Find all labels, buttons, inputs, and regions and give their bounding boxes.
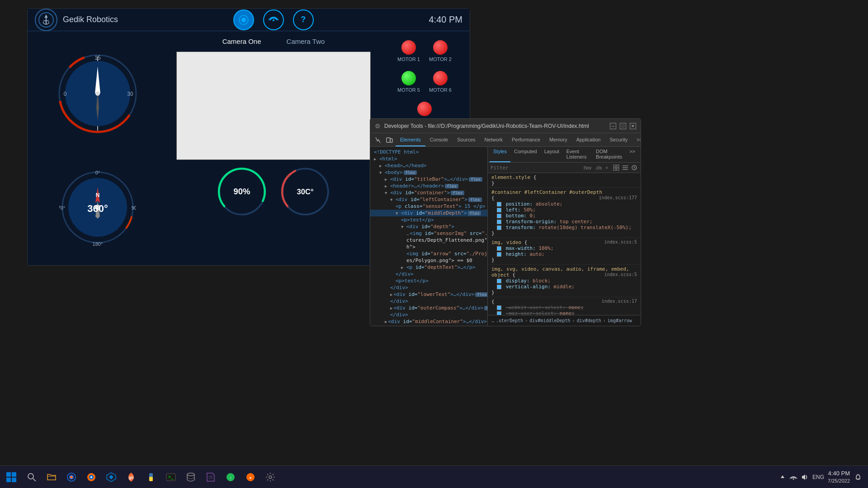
- devtools-tab-application[interactable]: Application: [572, 133, 605, 146]
- styles-filter-input[interactable]: [491, 165, 581, 171]
- devtools-tab-more[interactable]: >>: [632, 133, 641, 146]
- camera-two-tab[interactable]: Camera Two: [283, 36, 329, 47]
- style-subtabs: Styles Computed Layout Event Listeners D…: [488, 147, 641, 163]
- html-line-depthtext[interactable]: ▶ <p id="depthText">…</p>: [370, 264, 487, 271]
- svg-rect-37: [387, 138, 390, 142]
- html-line-close-div1[interactable]: </div>: [370, 271, 487, 277]
- html-line-close-div4[interactable]: </div>: [370, 311, 487, 318]
- tab-computed[interactable]: Computed: [510, 147, 541, 162]
- html-line-html[interactable]: ▶ <html>: [370, 155, 487, 162]
- compass-svg: 0° 90° 180° 270° N 360°: [59, 164, 136, 248]
- devtools-tab-memory[interactable]: Memory: [545, 133, 572, 146]
- html-line-middlecontainer[interactable]: ▶ <div id="middleContainer">…</div> flex: [370, 318, 487, 325]
- devtools-close-button[interactable]: ✕: [630, 123, 636, 129]
- html-line-test2[interactable]: <p>test</p>: [370, 277, 487, 284]
- help-button[interactable]: ?: [293, 9, 314, 30]
- html-line-rightcontainer[interactable]: ▶ <div id="rightContainer">…</div> flex: [370, 325, 487, 326]
- styles-icon2[interactable]: [622, 164, 629, 171]
- taskbar-settings[interactable]: [261, 468, 279, 486]
- taskbar-database[interactable]: [182, 468, 200, 486]
- styles-cls-hint[interactable]: .cls: [595, 165, 602, 170]
- tray-network[interactable]: [789, 473, 798, 482]
- tray-sound[interactable]: [800, 473, 809, 482]
- html-line-header[interactable]: ▶ <header>…</header> flex: [370, 183, 487, 189]
- devtools-inspect-icon[interactable]: [374, 136, 383, 145]
- tab-event-listeners[interactable]: Event Listeners: [563, 147, 592, 162]
- styles-add-hint[interactable]: +: [605, 165, 608, 170]
- taskbar-vscode[interactable]: [102, 468, 120, 486]
- breadcrumb-arrow[interactable]: img#arrow: [608, 318, 632, 323]
- devtools-tab-network[interactable]: Network: [480, 133, 507, 146]
- sys-tray: [778, 473, 809, 482]
- devtools-maximize-button[interactable]: □: [620, 123, 626, 129]
- taskbar-app2[interactable]: ●: [241, 468, 259, 486]
- tab-more-styles[interactable]: >>: [626, 147, 639, 162]
- devtools-tab-security[interactable]: Security: [605, 133, 632, 146]
- taskbar-file-explorer[interactable]: [42, 468, 61, 486]
- start-button[interactable]: [0, 466, 23, 488]
- taskbar-notes[interactable]: [202, 468, 220, 486]
- taskbar-terminal[interactable]: >_: [162, 468, 180, 486]
- tray-notifications[interactable]: [854, 473, 863, 482]
- html-line-arrow[interactable]: <img id="arrow" src="./Project/Pictur: [370, 250, 487, 257]
- html-line-close-div2[interactable]: </div>: [370, 284, 487, 291]
- html-line-doctype[interactable]: <!DOCTYPE html>: [370, 149, 487, 155]
- taskbar-firefox[interactable]: [82, 468, 100, 486]
- taskbar-time[interactable]: 4:40 PM 7/25/2022: [828, 470, 850, 484]
- breadcrumb-outerdepth[interactable]: .uterDepth: [496, 318, 523, 323]
- html-line-titlebar[interactable]: ▶ <div id="titleBar">…</div> flex: [370, 176, 487, 183]
- motor-1: MOTOR 1: [397, 40, 420, 62]
- styles-panel: element.style { } #container #leftContai…: [488, 173, 641, 315]
- styles-hov-hint[interactable]: :hov: [583, 165, 591, 170]
- devtools-tab-console[interactable]: Console: [425, 133, 453, 146]
- bottom-gauges: 90% 30C°: [210, 160, 337, 223]
- taskbar-app1[interactable]: ♪: [222, 468, 240, 486]
- svg-rect-49: [6, 478, 11, 482]
- taskbar-python[interactable]: [142, 468, 160, 486]
- camera-one-tab[interactable]: Camera One: [219, 36, 265, 47]
- html-line-middledepth[interactable]: ▼ <div id="middleDepth"> flex: [370, 210, 487, 216]
- html-line-head[interactable]: ▶ <head>…</head>: [370, 162, 487, 169]
- devtools-device-icon[interactable]: [385, 136, 394, 145]
- html-line-sensorimg3[interactable]: h">: [370, 244, 487, 250]
- svg-text:0°: 0°: [95, 170, 100, 175]
- svg-point-56: [71, 476, 72, 478]
- html-line-container[interactable]: ▼ <div id="container"> flex: [370, 189, 487, 196]
- html-line-body[interactable]: ▼ <body> flex: [370, 169, 487, 176]
- taskbar-git[interactable]: git: [122, 468, 140, 486]
- breadcrumb-depth[interactable]: div#depth: [577, 318, 601, 323]
- humidity-gauge: 90%: [215, 164, 269, 219]
- taskbar-browser[interactable]: [62, 468, 80, 486]
- styles-panel-container: Styles Computed Layout Event Listeners D…: [488, 147, 641, 326]
- devtools-tab-sources[interactable]: Sources: [453, 133, 480, 146]
- breadcrumb-middledepth[interactable]: div#middleDepth: [529, 318, 570, 323]
- svg-text:N: N: [96, 192, 100, 198]
- app-logo-area: Gedik Robotics: [35, 9, 118, 31]
- html-line-depth[interactable]: ▼ <div id="depth">: [370, 223, 487, 230]
- html-line-leftcontainer[interactable]: ▼ <div id="leftContainer"> flex: [370, 196, 487, 203]
- tab-layout[interactable]: Layout: [541, 147, 563, 162]
- styles-icon1[interactable]: [613, 164, 620, 171]
- devtools-minimize-button[interactable]: ─: [610, 123, 616, 129]
- app-controls: ?: [233, 9, 314, 30]
- html-line-sensortext[interactable]: <p class="sensorText"> 15 </p>: [370, 203, 487, 210]
- signal-button[interactable]: [263, 9, 284, 30]
- status-button[interactable]: [233, 9, 254, 30]
- tab-dom-breakpoints[interactable]: DOM Breakpoints: [592, 147, 626, 162]
- html-line-sensorimg2[interactable]: ctures/Depth_Flattened.png" alt="dept: [370, 237, 487, 244]
- html-line-sensorimg[interactable]: … <img id="sensorImg" src="./Project/Pi: [370, 230, 487, 237]
- html-line-lowertext[interactable]: ▶ <div id="lowerText">…</div> flex: [370, 291, 487, 298]
- motor-3-led: [417, 102, 432, 116]
- motor-6: MOTOR 6: [429, 71, 452, 93]
- tray-show-hidden[interactable]: [778, 473, 787, 482]
- svg-rect-50: [12, 478, 16, 482]
- tab-styles[interactable]: Styles: [490, 147, 510, 162]
- html-line-arrow2[interactable]: es/Polygon.png"> == $0: [370, 257, 487, 264]
- html-line-test1[interactable]: <p>test</p>: [370, 216, 487, 223]
- html-line-compass[interactable]: ▶ <div id="outerCompass">…</div> flex: [370, 305, 487, 311]
- devtools-tab-performance[interactable]: Performance: [507, 133, 545, 146]
- html-line-close-div3[interactable]: </div>: [370, 298, 487, 305]
- search-button[interactable]: [23, 468, 41, 486]
- devtools-tab-elements[interactable]: Elements: [396, 133, 425, 146]
- styles-icon3[interactable]: [631, 164, 638, 171]
